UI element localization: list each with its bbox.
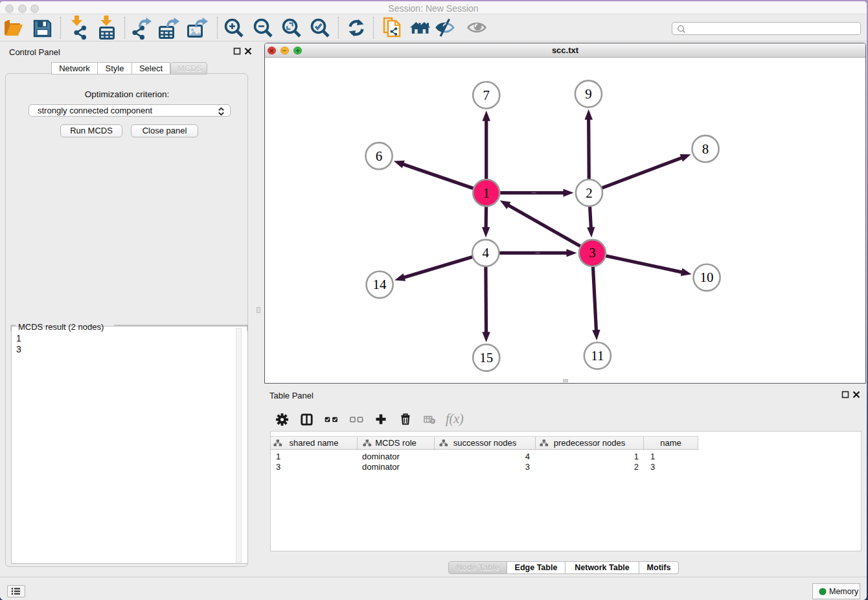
svg-text:6: 6 <box>376 148 382 164</box>
svg-text:3: 3 <box>589 245 595 260</box>
svg-text:1: 1 <box>483 185 490 201</box>
svg-text:4: 4 <box>483 245 490 260</box>
svg-text:15: 15 <box>479 350 493 365</box>
svg-text:11: 11 <box>591 348 604 363</box>
svg-text:2: 2 <box>586 185 592 201</box>
svg-text:9: 9 <box>585 86 591 102</box>
svg-text:8: 8 <box>702 141 709 157</box>
svg-text:14: 14 <box>373 277 387 292</box>
svg-text:10: 10 <box>700 270 714 285</box>
svg-text:7: 7 <box>483 87 490 103</box>
